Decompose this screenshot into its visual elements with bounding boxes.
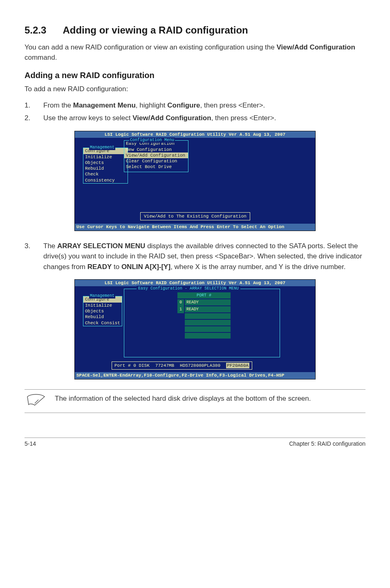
menu-item-rebuild: Rebuild — [83, 166, 128, 171]
firmware-info: PF20A60A — [226, 363, 249, 368]
empty-cell — [185, 333, 231, 339]
note-block: The information of the selected hard dis… — [25, 389, 365, 413]
menu-item-rebuild: Rebuild — [83, 314, 122, 320]
empty-cell — [185, 320, 231, 325]
step-number: 3. — [25, 241, 43, 272]
page-footer: 5-14 Chapter 5: RAID configuration — [25, 438, 365, 447]
drive-grid: PORT # 0 READY 1 READY — [177, 292, 231, 339]
step-1: 1. From the Management Menu, highlight C… — [25, 100, 365, 111]
lead-paragraph: To add a new RAID configuration: — [25, 84, 365, 94]
configuration-menu: Configuration Menu Easy Configuration Ne… — [124, 140, 188, 172]
menu-label: Management — [89, 293, 115, 298]
drive-index: 0 — [177, 299, 184, 306]
popup-message: View/Add to The Existing Configuration — [140, 212, 250, 220]
menu-item-initialize: Initialize — [83, 303, 122, 308]
empty-cell — [185, 313, 231, 319]
menu-label: Management — [89, 145, 115, 150]
console-body: Management Configure Initialize Objects … — [75, 286, 315, 372]
port-header: PORT # — [177, 292, 231, 298]
step-3: 3. The ARRAY SELECTION MENU displays the… — [25, 241, 365, 272]
management-menu: Management Configure Initialize Objects … — [83, 296, 122, 326]
array-selection-panel: Easy Configuration - ARRAY SELECTION MEN… — [124, 289, 280, 357]
drive-row: 1 READY — [177, 306, 231, 313]
console-title-bar: LSI Logic Software RAID Configuration Ut… — [75, 131, 315, 138]
size-info: 77247MB — [155, 363, 174, 368]
drive-status: READY — [185, 299, 231, 305]
subsection-heading: Adding a new RAID configuration — [25, 71, 365, 80]
console-help-bar: Use Cursor Keys to Navigate Between Item… — [75, 224, 315, 230]
model-info: HDS728080PLA380 — [180, 363, 220, 368]
step-number: 2. — [25, 113, 43, 123]
console-help-bar: SPACE-Sel,ENTER-EndArray,F10-Configure,F… — [75, 372, 315, 379]
menu-item-view-add-config: View/Add Configuration — [124, 153, 188, 158]
intro-paragraph: You can add a new RAID configuration or … — [25, 43, 365, 63]
panel-label: Easy Configuration - ARRAY SELECTION MEN… — [137, 286, 240, 291]
menu-item-select-boot-drive: Select Boot Drive — [124, 164, 188, 170]
menu-item-check-consistency: Check Consistency — [83, 171, 128, 183]
empty-cell — [185, 326, 231, 332]
section-number: 5.2.3 — [25, 25, 46, 36]
management-menu: Management Configure Initialize Objects … — [83, 148, 128, 184]
step-text: From the Management Menu, highlight Conf… — [43, 100, 265, 111]
menu-label: Configuration Menu — [129, 137, 175, 143]
note-icon — [26, 394, 46, 408]
console-title-bar: LSI Logic Software RAID Configuration Ut… — [75, 280, 315, 286]
menu-item-objects: Objects — [83, 160, 128, 166]
section-heading: 5.2.3Adding or viewing a RAID configurat… — [25, 25, 365, 36]
drive-row: 0 READY — [177, 299, 231, 306]
page-number: 5-14 — [25, 440, 36, 447]
menu-item-check-consist: Check Consist — [83, 320, 122, 326]
drive-index: 1 — [177, 306, 184, 313]
menu-item-new-config: New Configuration — [124, 147, 188, 153]
section-title: Adding or viewing a RAID configuration — [63, 25, 248, 36]
console-screenshot-2: LSI Logic Software RAID Configuration Ut… — [74, 279, 316, 379]
drive-info-bar: Port # 0 DISK 77247MB HDS728080PLA380 PF… — [112, 361, 252, 370]
menu-item-clear-config: Clear Configuration — [124, 158, 188, 164]
step-2: 2. Use the arrow keys to select View/Add… — [25, 113, 365, 123]
menu-item-objects: Objects — [83, 308, 122, 314]
step-number: 1. — [25, 100, 43, 111]
console-body: Management Configure Initialize Objects … — [75, 138, 315, 224]
step-text: The ARRAY SELECTION MENU displays the av… — [43, 241, 365, 272]
note-text: The information of the selected hard dis… — [55, 394, 311, 404]
chapter-label: Chapter 5: RAID configuration — [289, 440, 365, 447]
port-info: Port # 0 DISK — [114, 363, 150, 368]
drive-status: READY — [185, 306, 231, 312]
console-screenshot-1: LSI Logic Software RAID Configuration Ut… — [74, 131, 316, 231]
menu-item-initialize: Initialize — [83, 154, 128, 160]
step-text: Use the arrow keys to select View/Add Co… — [43, 113, 276, 123]
